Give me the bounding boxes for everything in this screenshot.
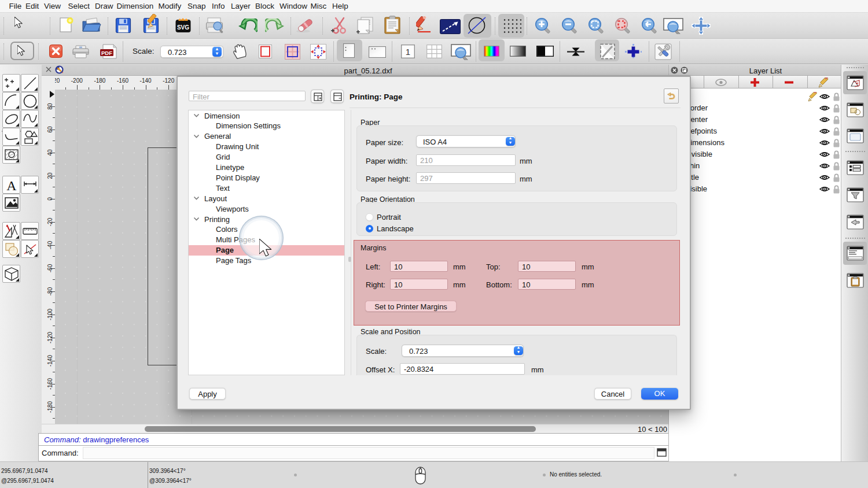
svg-text:SVG: SVG xyxy=(177,24,189,31)
svg-text:PDF: PDF xyxy=(101,50,112,56)
svg-text:A: A xyxy=(6,178,17,193)
svg-text:1: 1 xyxy=(406,47,410,57)
